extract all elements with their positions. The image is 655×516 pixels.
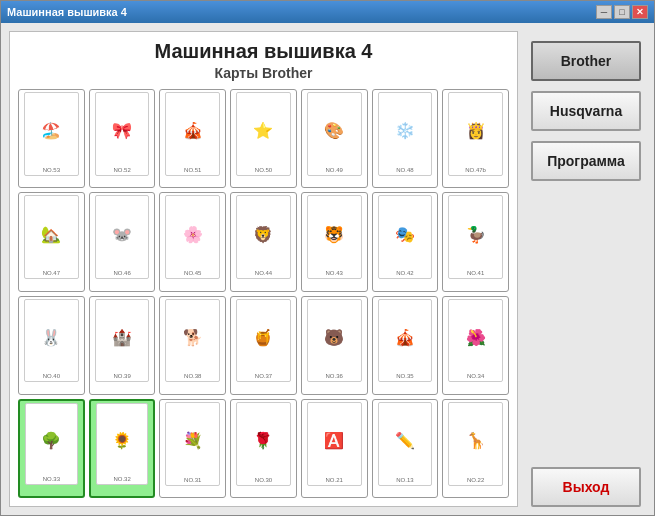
card-item[interactable]: 🐰 NO.40 [18,296,85,395]
window-title: Машинная вышивка 4 [7,6,127,18]
cards-subtitle: Карты Brother [18,65,509,81]
close-button[interactable]: ✕ [632,5,648,19]
card-item[interactable]: 🐕 NO.38 [159,296,226,395]
card-item[interactable]: 🎪 NO.35 [372,296,439,395]
cards-header: Машинная вышивка 4 Карты Brother [18,40,509,81]
card-item[interactable]: ⭐ NO.50 [230,89,297,188]
minimize-button[interactable]: ─ [596,5,612,19]
title-bar: Машинная вышивка 4 ─ □ ✕ [1,1,654,23]
main-title: Машинная вышивка 4 [18,40,509,63]
card-item[interactable]: 🎪 NO.51 [159,89,226,188]
card-item[interactable]: 🎀 NO.52 [89,89,156,188]
card-item[interactable]: 🐯 NO.43 [301,192,368,291]
card-item[interactable]: 🌺 NO.34 [442,296,509,395]
card-item[interactable]: 🅰️ NO.21 [301,399,368,498]
maximize-button[interactable]: □ [614,5,630,19]
card-item[interactable]: 🌸 NO.45 [159,192,226,291]
card-item[interactable]: 🦁 NO.44 [230,192,297,291]
card-item[interactable]: 🦆 NO.41 [442,192,509,291]
card-item[interactable]: 🏡 NO.47 [18,192,85,291]
window-controls: ─ □ ✕ [596,5,648,19]
brother-button[interactable]: Brother [531,41,641,81]
card-item[interactable]: 🎭 NO.42 [372,192,439,291]
husqvarna-button[interactable]: Husqvarna [531,91,641,131]
card-item[interactable]: 🎨 NO.49 [301,89,368,188]
main-content: Машинная вышивка 4 Карты Brother 🏖️ NO.5… [1,23,654,515]
card-item[interactable]: 👸 NO.47b [442,89,509,188]
card-item[interactable]: 🌹 NO.30 [230,399,297,498]
exit-button[interactable]: Выход [531,467,641,507]
cards-panel: Машинная вышивка 4 Карты Brother 🏖️ NO.5… [9,31,518,507]
card-item[interactable]: 🍯 NO.37 [230,296,297,395]
right-panel: Brother Husqvarna Программа Выход [526,31,646,507]
main-window: Машинная вышивка 4 ─ □ ✕ Машинная вышивк… [0,0,655,516]
card-item[interactable]: 🐻 NO.36 [301,296,368,395]
card-item[interactable]: 🏖️ NO.53 [18,89,85,188]
program-button[interactable]: Программа [531,141,641,181]
card-item[interactable]: 🌳 NO.33 [18,399,85,498]
card-item[interactable]: 🏰 NO.39 [89,296,156,395]
card-item[interactable]: ✏️ NO.13 [372,399,439,498]
card-item[interactable]: ❄️ NO.48 [372,89,439,188]
card-item[interactable]: 🌻 NO.32 [89,399,156,498]
card-item[interactable]: 💐 NO.31 [159,399,226,498]
card-item[interactable]: 🐭 NO.46 [89,192,156,291]
cards-grid: 🏖️ NO.53 🎀 NO.52 🎪 NO.51 ⭐ NO.50 🎨 NO.49… [18,89,509,498]
card-item[interactable]: 🦒 NO.22 [442,399,509,498]
